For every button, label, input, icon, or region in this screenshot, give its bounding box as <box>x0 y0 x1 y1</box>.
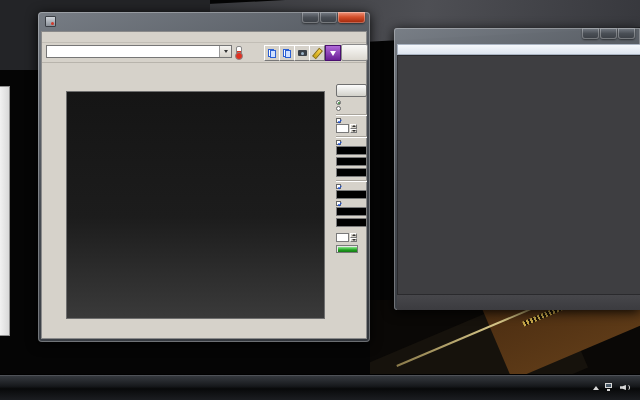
hdtune-tabs-top <box>43 62 365 75</box>
volume-icon[interactable] <box>620 383 630 392</box>
minimize-button[interactable] <box>302 12 319 23</box>
short-stroke-option[interactable] <box>336 118 367 123</box>
divider <box>336 180 367 182</box>
cpu-usage-value <box>336 218 367 227</box>
transfer-rate-checkbox[interactable] <box>336 140 341 145</box>
window-controls <box>582 28 635 39</box>
copy-image-icon <box>283 49 291 58</box>
burst-rate-value <box>336 207 367 216</box>
background-window-edge[interactable] <box>0 86 10 336</box>
burst-rate-checkbox[interactable] <box>336 201 341 206</box>
progress-bar <box>336 245 358 253</box>
hdtune-window <box>38 12 370 342</box>
copy-text-button[interactable] <box>264 45 280 61</box>
start-button[interactable] <box>336 84 367 97</box>
pen-icon <box>312 47 323 59</box>
benchmark-plot <box>66 91 325 319</box>
save-results-button[interactable] <box>325 45 341 61</box>
minimize-button[interactable] <box>582 28 599 39</box>
copy-image-button[interactable] <box>279 45 295 61</box>
desktop <box>0 0 640 400</box>
progress-row <box>336 245 367 253</box>
read-radio[interactable] <box>336 100 341 105</box>
drive-select-dropdown[interactable] <box>46 45 232 58</box>
spinner-buttons[interactable] <box>350 233 357 242</box>
edit-button[interactable] <box>309 45 325 61</box>
passes-spinner <box>336 233 367 242</box>
spinner-buttons[interactable] <box>350 124 357 133</box>
read-option[interactable] <box>336 100 367 105</box>
dropdown-arrow-button[interactable] <box>219 46 231 57</box>
chevron-down-icon <box>224 50 228 53</box>
hidden-icons-arrow[interactable] <box>593 386 599 390</box>
access-time-value <box>336 190 367 199</box>
speccy-summary-panel <box>397 55 640 295</box>
short-stroke-checkbox[interactable] <box>336 118 341 123</box>
spinner-down-icon <box>352 130 356 132</box>
write-option[interactable] <box>336 106 367 111</box>
short-stroke-spinner <box>336 124 367 133</box>
speccy-statusbar <box>397 295 640 310</box>
hdtune-content <box>41 31 367 339</box>
progress-bar-fill <box>338 247 357 252</box>
access-time-checkbox[interactable] <box>336 184 341 189</box>
download-arrow-icon <box>330 51 336 56</box>
window-controls <box>302 12 365 23</box>
wallpaper-hdd-photo <box>370 300 640 376</box>
speccy-titlebar[interactable] <box>394 28 640 44</box>
burst-rate-option[interactable] <box>336 201 367 206</box>
hdtune-toolbar <box>42 42 366 63</box>
maximize-button[interactable] <box>320 12 337 23</box>
access-time-option[interactable] <box>336 184 367 189</box>
transfer-rate-option[interactable] <box>336 140 367 145</box>
divider <box>336 136 367 138</box>
screenshot-button[interactable] <box>294 45 310 61</box>
exit-button[interactable] <box>341 44 368 61</box>
taskbar <box>0 374 640 400</box>
hdtune-tabs-bottom <box>43 75 365 88</box>
minimum-value <box>336 146 367 155</box>
camera-icon <box>298 50 307 56</box>
speccy-window <box>394 28 640 310</box>
divider <box>336 114 367 116</box>
thermometer-icon <box>236 46 242 58</box>
hdtune-titlebar[interactable] <box>45 16 59 27</box>
hdtune-benchmark-panel <box>336 84 367 253</box>
speccy-menubar <box>397 44 640 55</box>
hdtune-app-icon <box>45 16 56 27</box>
maximize-button[interactable] <box>600 28 617 39</box>
write-radio[interactable] <box>336 106 341 111</box>
close-button[interactable] <box>338 12 365 23</box>
spinner-up-icon <box>352 125 356 127</box>
speccy-sections <box>398 56 640 62</box>
average-value <box>336 168 367 177</box>
system-tray <box>587 375 638 400</box>
spinner-down-icon <box>352 239 356 241</box>
close-button[interactable] <box>618 28 635 39</box>
benchmark-plot-svg <box>67 92 324 318</box>
copy-icon <box>268 49 276 58</box>
passes-input[interactable] <box>336 233 349 242</box>
network-icon[interactable] <box>605 383 614 392</box>
short-stroke-input[interactable] <box>336 124 349 133</box>
maximum-value <box>336 157 367 166</box>
spinner-up-icon <box>352 234 356 236</box>
